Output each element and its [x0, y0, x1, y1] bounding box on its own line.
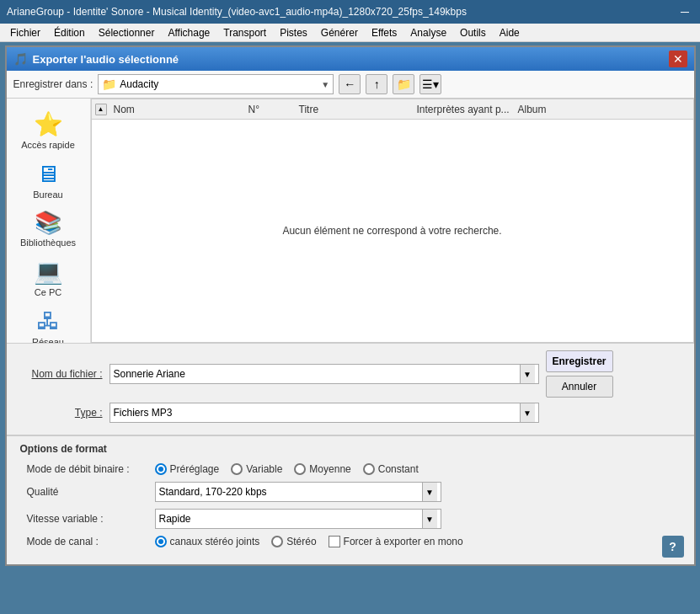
file-list-empty: Aucun élément ne correspond à votre rech…: [92, 120, 693, 342]
main-area: ⭐ Accès rapide 🖥 Bureau 📚 Bibliothèques …: [7, 99, 694, 343]
bureau-label: Bureau: [33, 190, 62, 200]
bitrate-label: Mode de débit binaire :: [20, 463, 155, 475]
window-minimize-btn[interactable]: ─: [676, 3, 693, 20]
location-toolbar: Enregistrer dans : 📁 Audacity ▼ ← ↑ 📁 ☰▾: [7, 71, 694, 99]
ce-pc-icon: 💻: [34, 258, 63, 286]
radio-prereglage-label: Préréglage: [170, 463, 220, 475]
col-titre-header[interactable]: Titre: [296, 104, 414, 115]
menu-outils[interactable]: Outils: [453, 25, 493, 40]
col-nom-header[interactable]: Nom: [110, 104, 245, 115]
mono-checkbox-label: Forcer à exporter en mono: [344, 536, 463, 547]
menu-transport[interactable]: Transport: [216, 25, 273, 40]
combo-arrow-icon: ▼: [321, 80, 329, 89]
acces-rapide-icon: ⭐: [34, 110, 63, 138]
ce-pc-label: Ce PC: [35, 287, 61, 297]
mono-checkbox-group[interactable]: Forcer à exporter en mono: [329, 536, 463, 547]
menu-aide[interactable]: Aide: [493, 25, 526, 40]
sort-button[interactable]: ▲: [95, 104, 107, 115]
folder-icon: 📁: [102, 77, 116, 91]
radio-prereglage[interactable]: Préréglage: [155, 463, 220, 475]
type-label: Type :: [17, 407, 110, 419]
speed-combo-arrow[interactable]: ▼: [422, 510, 437, 528]
radio-stereo-label: Stéréo: [286, 536, 316, 547]
radio-stereo-joints[interactable]: canaux stéréo joints: [155, 536, 260, 547]
quality-value: Standard, 170-220 kbps: [159, 486, 422, 498]
channel-row: Mode de canal : canaux stéréo joints Sté…: [20, 536, 681, 547]
window-titlebar: ArianeGroup - Identite' Sonore - Musical…: [0, 0, 700, 24]
radio-stereo[interactable]: Stéréo: [271, 536, 316, 547]
radio-dot: [158, 467, 163, 472]
mono-checkbox[interactable]: [329, 536, 340, 547]
menu-edition[interactable]: Édition: [47, 25, 92, 40]
radio-constant[interactable]: Constant: [363, 463, 419, 475]
window-title: ArianeGroup - Identite' Sonore - Musical…: [7, 6, 676, 18]
menu-selectionner[interactable]: Sélectionner: [92, 25, 162, 40]
bitrate-row: Mode de débit binaire : Préréglage Varia…: [20, 463, 681, 475]
save-button[interactable]: Enregistrer: [546, 350, 613, 372]
acces-rapide-label: Accès rapide: [21, 140, 75, 150]
filename-label: Nom du fichier :: [17, 368, 110, 380]
options-section: Options de format Mode de débit binaire …: [7, 435, 694, 564]
sidebar-item-ce-pc[interactable]: 💻 Ce PC: [14, 254, 82, 301]
cancel-button[interactable]: Annuler: [546, 376, 613, 398]
quality-label: Qualité: [20, 486, 155, 498]
col-n-header[interactable]: N°: [245, 104, 296, 115]
type-combo[interactable]: Fichiers MP3 ▼: [110, 403, 539, 423]
menubar: Fichier Édition Sélectionner Affichage T…: [0, 24, 700, 42]
radio-stereo-joints-btn[interactable]: [155, 536, 167, 547]
radio-variable[interactable]: Variable: [231, 463, 282, 475]
menu-fichier[interactable]: Fichier: [3, 25, 47, 40]
file-list-area: ▲ Nom N° Titre Interprètes ayant p... Al…: [91, 99, 694, 343]
sidebar-item-acces-rapide[interactable]: ⭐ Accès rapide: [14, 107, 82, 153]
sidebar-item-bureau[interactable]: 🖥 Bureau: [14, 157, 82, 203]
back-button[interactable]: ←: [339, 74, 361, 94]
filename-combo-arrow[interactable]: ▼: [520, 365, 535, 383]
radio-constant-label: Constant: [378, 463, 419, 475]
radio-dot-stereo: [158, 539, 163, 544]
menu-analyse[interactable]: Analyse: [403, 25, 453, 40]
form-buttons: Enregistrer Annuler: [546, 350, 613, 398]
sidebar-item-bibliotheques[interactable]: 📚 Bibliothèques: [14, 206, 82, 251]
quality-combo[interactable]: Standard, 170-220 kbps ▼: [155, 482, 441, 502]
new-folder-button[interactable]: 📁: [393, 74, 414, 94]
radio-stereo-btn[interactable]: [271, 536, 283, 547]
filename-combo[interactable]: Sonnerie Ariane ▼: [110, 364, 539, 384]
quality-row: Qualité Standard, 170-220 kbps ▼: [20, 482, 681, 502]
form-area: Nom du fichier : Sonnerie Ariane ▼ Enreg…: [7, 343, 694, 435]
save-in-label: Enregistrer dans :: [13, 78, 94, 90]
location-text: Audacity: [120, 78, 318, 90]
menu-effets[interactable]: Effets: [365, 25, 403, 40]
view-button[interactable]: ☰▾: [419, 74, 441, 94]
type-combo-arrow[interactable]: ▼: [520, 403, 535, 422]
filename-row: Nom du fichier : Sonnerie Ariane ▼ Enreg…: [17, 350, 684, 398]
up-button[interactable]: ↑: [366, 74, 387, 94]
empty-message: Aucun élément ne correspond à votre rech…: [282, 225, 501, 237]
col-album-header[interactable]: Album: [515, 104, 616, 115]
help-button[interactable]: ?: [662, 536, 684, 558]
type-row: Type : Fichiers MP3 ▼: [17, 403, 684, 423]
column-headers: ▲ Nom N° Titre Interprètes ayant p... Al…: [92, 99, 693, 120]
radio-moyenne-btn[interactable]: [294, 463, 306, 475]
radio-constant-btn[interactable]: [363, 463, 375, 475]
dialog-icon: 🎵: [13, 52, 28, 66]
radio-variable-btn[interactable]: [231, 463, 243, 475]
bitrate-controls: Préréglage Variable Moyenne Constant: [155, 463, 681, 475]
radio-moyenne-label: Moyenne: [309, 463, 350, 475]
dialog-close-button[interactable]: ✕: [669, 51, 687, 67]
dialog-title: Exporter l'audio sélectionné: [33, 53, 669, 66]
dialog-titlebar: 🎵 Exporter l'audio sélectionné ✕: [7, 47, 694, 71]
sidebar-item-reseau[interactable]: 🖧 Réseau: [14, 304, 82, 343]
bibliotheques-icon: 📚: [35, 210, 61, 236]
radio-moyenne[interactable]: Moyenne: [294, 463, 350, 475]
menu-affichage[interactable]: Affichage: [161, 25, 216, 40]
radio-prereglage-btn[interactable]: [155, 463, 167, 475]
col-interp-header[interactable]: Interprètes ayant p...: [414, 104, 515, 115]
radio-variable-label: Variable: [246, 463, 282, 475]
menu-generer[interactable]: Générer: [314, 25, 365, 40]
bureau-icon: 🖥: [36, 160, 60, 188]
location-combo[interactable]: 📁 Audacity ▼: [98, 74, 334, 94]
menu-pistes[interactable]: Pistes: [273, 25, 314, 40]
reseau-label: Réseau: [32, 337, 64, 343]
quality-combo-arrow[interactable]: ▼: [422, 483, 437, 501]
speed-combo[interactable]: Rapide ▼: [155, 509, 441, 529]
